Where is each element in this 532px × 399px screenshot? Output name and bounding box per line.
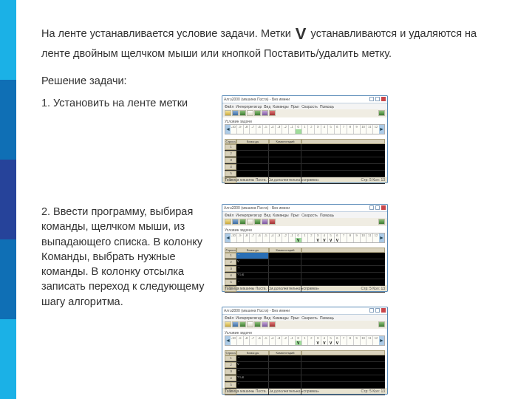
screenshot-3: Алго2000 (машина Поста) - Без имениФайлИ… <box>222 307 388 395</box>
screenshot-2: Алго2000 (машина Поста) - Без имениФайлИ… <box>222 204 388 292</box>
tape-right-icon: ► <box>379 125 384 134</box>
play-icon <box>378 110 385 116</box>
tape-right-icon: ► <box>379 233 384 242</box>
accent-sidebar <box>0 0 16 399</box>
intro-text: На ленте устанавливается условие задачи.… <box>41 22 499 61</box>
tape-left-icon: ◄ <box>225 125 231 134</box>
tape-left-icon: ◄ <box>225 233 231 242</box>
play-icon <box>378 321 385 327</box>
step2-text: 2. Ввести программу, выбирая команды, ще… <box>41 204 208 395</box>
step1-text: 1. Установить на ленте метки <box>41 95 208 183</box>
solution-label: Решение задачи: <box>41 75 499 86</box>
mark-v-icon: V <box>296 22 307 46</box>
tape-left-icon: ◄ <box>225 336 231 345</box>
play-icon <box>378 219 385 225</box>
tape-right-icon: ► <box>379 336 384 345</box>
screenshot-1: Алго2000 (машина Поста) - Без имениФайлИ… <box>222 95 388 183</box>
